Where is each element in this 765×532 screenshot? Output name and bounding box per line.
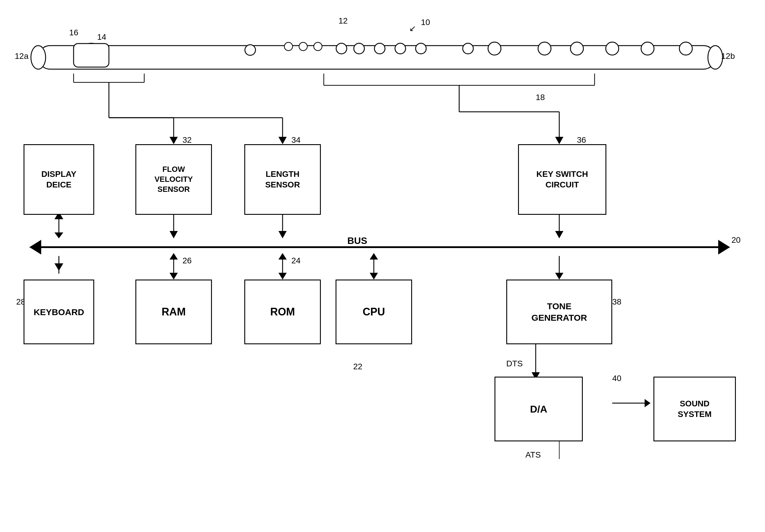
ref-26: 26 <box>183 256 192 266</box>
svg-point-3 <box>81 43 102 60</box>
svg-point-18 <box>606 42 619 55</box>
svg-marker-58 <box>279 253 287 260</box>
svg-point-10 <box>354 43 365 54</box>
svg-rect-21 <box>74 44 109 67</box>
keyboard-box: KEYBOARD <box>24 279 94 344</box>
ref-32: 32 <box>183 135 192 145</box>
ref-10: 10 <box>421 18 430 27</box>
svg-point-7 <box>299 42 307 51</box>
ref-40: 40 <box>612 374 621 383</box>
rom-box: ROM <box>244 279 321 344</box>
ref-16: 16 <box>69 28 78 37</box>
svg-point-1 <box>31 46 46 69</box>
ref-22: 22 <box>353 362 362 371</box>
diagram: 10 ↙ 12 12a 12b 14 16 18 20 22 24 26 28 … <box>0 0 765 532</box>
svg-point-2 <box>708 46 723 69</box>
ref-34: 34 <box>292 135 301 145</box>
cpu-box: CPU <box>336 279 412 344</box>
da-box: D/A <box>494 377 583 441</box>
ref-12a: 12a <box>15 52 29 61</box>
svg-point-17 <box>570 42 583 55</box>
ram-box: RAM <box>135 279 212 344</box>
svg-marker-49 <box>279 231 287 238</box>
svg-point-4 <box>88 48 95 55</box>
length-sensor-label: LENGTH SENSOR <box>265 169 300 190</box>
ref-36: 36 <box>577 135 586 145</box>
svg-marker-51 <box>555 231 563 238</box>
svg-point-8 <box>314 42 322 51</box>
flow-velocity-box: FLOW VELOCITY SENSOR <box>135 144 212 215</box>
svg-point-16 <box>538 42 551 55</box>
svg-point-14 <box>463 43 473 54</box>
da-label: D/A <box>530 402 547 415</box>
svg-marker-39 <box>29 240 41 255</box>
ref-24: 24 <box>292 256 301 266</box>
rom-label: ROM <box>270 305 295 319</box>
key-switch-box: KEY SWITCH CIRCUIT <box>518 144 606 215</box>
ref-12: 12 <box>339 16 348 26</box>
dts-label: DTS <box>506 359 523 368</box>
ref-20: 20 <box>731 236 741 245</box>
svg-marker-59 <box>279 273 287 279</box>
svg-point-12 <box>395 43 405 54</box>
keyboard-label: KEYBOARD <box>34 306 84 318</box>
svg-marker-53 <box>54 264 63 271</box>
svg-marker-38 <box>555 137 563 144</box>
svg-marker-68 <box>645 399 650 407</box>
sound-system-label: SOUND SYSTEM <box>678 398 711 420</box>
svg-marker-31 <box>170 137 178 144</box>
svg-marker-34 <box>279 137 287 144</box>
flow-velocity-label: FLOW VELOCITY SENSOR <box>155 165 193 194</box>
svg-marker-47 <box>170 231 178 238</box>
ref-38: 38 <box>612 297 621 306</box>
ref-12b: 12b <box>721 52 735 61</box>
svg-rect-0 <box>38 46 715 69</box>
length-sensor-box: LENGTH SENSOR <box>244 144 321 215</box>
cpu-label: CPU <box>363 305 385 319</box>
svg-point-15 <box>488 42 501 55</box>
svg-marker-55 <box>170 253 178 260</box>
svg-marker-45 <box>54 233 63 238</box>
display-device-box: DISPLAY DEICE <box>24 144 94 215</box>
tone-generator-box: TONE GENERATOR <box>506 279 612 344</box>
svg-point-5 <box>245 45 256 55</box>
svg-point-9 <box>336 43 347 54</box>
ref-18: 18 <box>536 93 545 102</box>
bus-label: BUS <box>347 236 368 246</box>
ats-label: ATS <box>525 450 541 460</box>
sound-system-box: SOUND SYSTEM <box>653 377 736 441</box>
tone-generator-label: TONE GENERATOR <box>531 300 587 323</box>
svg-marker-62 <box>370 273 378 279</box>
svg-point-11 <box>375 43 385 54</box>
key-switch-label: KEY SWITCH CIRCUIT <box>536 169 588 190</box>
svg-marker-61 <box>370 253 378 260</box>
svg-marker-40 <box>718 240 730 255</box>
ref-10-arrow: ↙ <box>409 24 416 33</box>
ram-label: RAM <box>162 305 186 319</box>
svg-marker-64 <box>555 273 563 279</box>
svg-point-19 <box>641 42 654 55</box>
ref-14: 14 <box>97 32 106 42</box>
svg-marker-56 <box>170 273 178 279</box>
display-device-label: DISPLAY DEICE <box>42 169 77 190</box>
svg-point-6 <box>284 42 293 51</box>
svg-point-13 <box>415 43 426 54</box>
svg-point-20 <box>679 42 692 55</box>
